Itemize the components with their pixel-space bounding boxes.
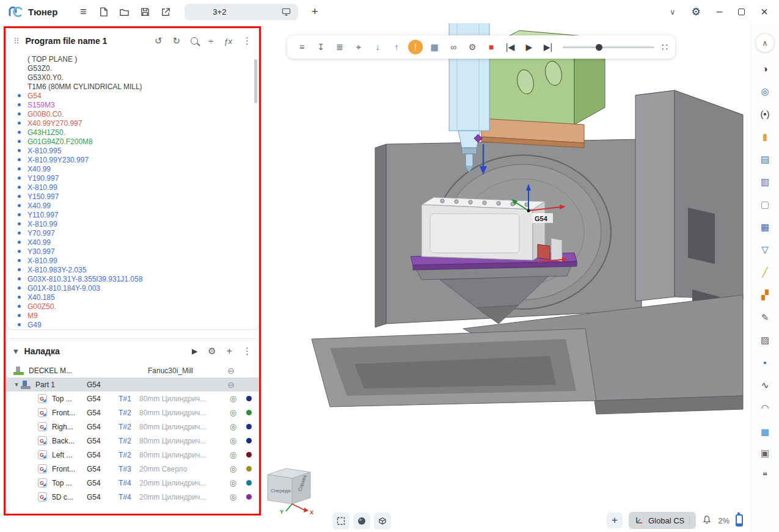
save-button[interactable] [136,3,154,20]
operation-visibility-radio[interactable]: ◎ [230,450,236,459]
machine-row[interactable]: DECKEL M... Fanuc30i_Mill ⊖ [6,363,259,377]
gcode-line[interactable]: ( TOP PLANE ) [16,54,251,64]
operation-row[interactable]: Back... G54 T#2 80mm Цилиндрич... ◎ [6,434,259,448]
undo-button[interactable]: ↺ [155,35,163,46]
section-icon[interactable]: ▨ [756,332,774,347]
operation-visibility-radio[interactable]: ◎ [230,422,236,431]
minimize-button[interactable]: – [717,5,722,18]
operation-visibility-radio[interactable]: ◎ [230,464,236,473]
gcode-line[interactable]: G03X-810.31Y-8.355I39.931J1.058 [16,274,251,283]
skip-start-icon[interactable]: |◀ [503,40,518,54]
comment-icon[interactable]: ❝ [756,468,774,483]
gcode-line[interactable]: G54 [16,91,251,100]
settings-icon[interactable]: ⚙ [465,40,480,54]
gcode-line[interactable]: Y110.997 [16,210,251,219]
gcode-line[interactable]: X-810.99 [16,256,251,265]
slider-thumb[interactable] [596,44,602,51]
open-folder-button[interactable] [115,3,133,20]
gcode-line[interactable]: X-810.995 [16,146,251,155]
operation-row[interactable]: Left ... G54 T#2 80mm Цилиндрич... ◎ [6,448,259,462]
operation-visibility-radio[interactable]: ◎ [230,436,236,445]
simulation-glasses-icon[interactable]: ∞ [446,40,461,54]
window-chevron-button[interactable]: ∨ [670,7,676,16]
setup-more-button[interactable]: ⋮ [243,346,252,357]
operation-row[interactable]: Top ... G54 T#1 80mm Цилиндрич... ◎ [6,392,259,406]
slider-track[interactable] [563,46,654,48]
gcode-line[interactable]: G01X-810.184Y-9.003 [16,283,251,293]
gcode-line[interactable]: Y190.997 [16,173,251,183]
collision-icon[interactable]: (•) [756,106,774,121]
coordinate-system-selector[interactable]: Global CS [629,512,696,529]
gcode-line[interactable]: T1M6 (80MM CYLINDRICAL MILL) [16,82,251,91]
spindle-icon[interactable]: ▥ [756,174,774,189]
gcode-line[interactable]: G43H1Z50. [16,128,251,137]
solid-icon[interactable]: ▅ [756,423,774,437]
gcode-line[interactable]: X40.99 [16,164,251,173]
goto-top-icon[interactable]: ≡ [294,40,309,54]
stop-icon[interactable]: ■ [484,40,499,54]
step-up-icon[interactable]: ↑ [389,40,404,54]
gcode-line[interactable]: S159M3 [16,100,251,109]
select-target-icon[interactable]: ⌖ [351,40,366,54]
viewport-canvas[interactable]: G54 ≡ ↧ ≣ ⌖ ↓ ↑ [261,23,750,532]
new-tab-button[interactable]: + [307,4,323,20]
operation-visibility-radio[interactable]: ◎ [230,492,236,501]
operation-visibility-radio[interactable]: ◎ [230,478,236,487]
program-scrollbar[interactable] [254,59,257,103]
collapse-sidebar-button[interactable]: ∧ [755,33,775,53]
gcode-line[interactable]: X-810.99Y230.997 [16,155,251,164]
table-icon[interactable]: ▦ [756,219,774,234]
gcode-line[interactable]: Y30.997 [16,247,251,256]
search-button[interactable] [191,37,198,45]
gcode-line[interactable]: G49 [16,320,251,329]
add-cs-button[interactable]: + [607,512,623,528]
tool-icon[interactable]: ╱ [756,264,774,279]
gcode-line[interactable]: Y70.997 [16,228,251,238]
frame-tool-button[interactable] [332,512,349,530]
line-list-icon[interactable]: ≣ [332,40,347,54]
notifications-bell-button[interactable] [702,515,712,527]
gcode-line[interactable]: M5 [16,329,251,330]
drag-handle-icon[interactable]: ⠿ [13,37,20,46]
operation-row[interactable]: Front... G54 T#2 80mm Цилиндрич... ◎ [6,406,259,420]
gcode-line[interactable]: X40.99Y270.997 [16,118,251,128]
part-expander-icon[interactable]: ▾ [12,381,21,388]
redo-button[interactable]: ↻ [172,35,180,46]
sphere-view-button[interactable] [353,512,370,530]
gcode-line[interactable]: G53X0.Y0. [16,73,251,82]
setup-add-button[interactable]: + [227,346,232,357]
filter-icon[interactable]: ▽ [756,242,774,257]
main-menu-button[interactable]: ≡ [75,3,92,20]
warnings-icon[interactable]: ! [408,40,423,54]
machine-icon[interactable]: ▤ [756,151,774,166]
gcode-line[interactable]: G00B0.C0. [16,109,251,118]
notes-icon[interactable]: ✎ [756,310,774,324]
operation-visibility-radio[interactable]: ◎ [230,394,236,403]
gcode-line[interactable]: M9 [16,311,251,320]
gcode-line[interactable]: G01G94Z0.F200M8 [16,137,251,146]
appearance-icon[interactable]: ◑ [756,61,774,76]
export-button[interactable] [156,3,175,20]
maximize-button[interactable] [738,9,745,15]
operation-row[interactable]: Front... G54 T#3 20mm Сверло ◎ [6,462,259,476]
setup-play-button[interactable]: ▶ [192,347,197,355]
operation-visibility-radio[interactable]: ◎ [230,408,236,417]
step-down-icon[interactable]: ↓ [370,40,385,54]
gcode-line[interactable]: X-810.99 [16,219,251,228]
play-icon[interactable]: ▶ [522,40,536,54]
gcode-line[interactable]: X40.99 [16,201,251,210]
part-remove-button[interactable]: ⊖ [227,380,235,390]
view-cube[interactable]: Спереди Справа X Y [263,457,318,516]
operation-row[interactable]: Righ... G54 T#2 80mm Цилиндрич... ◎ [6,420,259,434]
part-row[interactable]: ▾ Part 1 G54 ⊖ [6,377,259,392]
coolant-icon[interactable]: ▮ [756,129,774,144]
zoom-probe-icon[interactable]: ◎ [756,84,774,98]
gcode-line[interactable]: X-810.983Y-2.035 [16,265,251,274]
views-icon[interactable]: ▣ [756,445,774,460]
close-button[interactable]: × [761,5,768,19]
gcode-line[interactable]: X40.99 [16,238,251,247]
machine-remove-button[interactable]: ⊖ [227,366,235,376]
point-icon[interactable]: • [756,355,774,370]
gcode-line[interactable]: G53Z0. [16,64,251,73]
gcode-line[interactable]: X-810.99 [16,183,251,192]
